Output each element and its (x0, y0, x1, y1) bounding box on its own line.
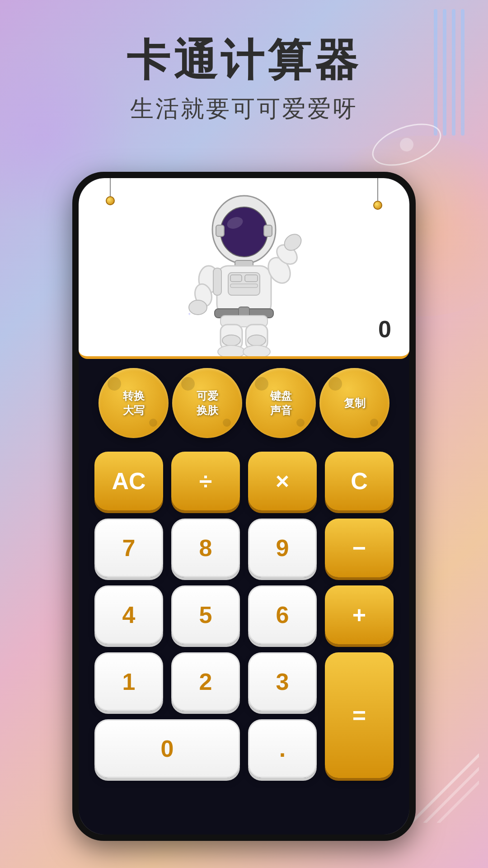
two-button[interactable]: 2 (171, 652, 240, 711)
hanging-left (106, 178, 115, 205)
equals-button[interactable]: = (325, 652, 394, 778)
svg-rect-12 (245, 275, 258, 282)
copy-btn-label: 复制 (344, 396, 366, 410)
plus-button[interactable]: + (325, 585, 394, 644)
svg-line-0 (411, 755, 479, 823)
svg-text:✦: ✦ (194, 206, 202, 216)
svg-point-27 (248, 335, 266, 346)
svg-point-28 (243, 345, 270, 356)
one-button[interactable]: 1 (94, 652, 163, 711)
svg-text:✦: ✦ (303, 274, 308, 281)
four-button[interactable]: 4 (94, 585, 163, 644)
convert-uppercase-button[interactable]: 转换大写 (99, 368, 169, 438)
svg-rect-13 (230, 284, 258, 288)
copy-button[interactable]: 复制 (319, 368, 389, 438)
svg-point-25 (218, 345, 245, 356)
cute-skin-button[interactable]: 可爱换肤 (172, 368, 242, 438)
eight-button[interactable]: 8 (171, 519, 240, 577)
astronaut-illustration: ✦ ✦ ✦ ✦ ✦ (172, 189, 316, 356)
svg-text:✦: ✦ (188, 311, 191, 316)
clear-button[interactable]: C (325, 452, 394, 510)
title-area: 卡通计算器 生活就要可可爱爱呀 (0, 0, 488, 125)
ac-button[interactable]: AC (94, 452, 163, 510)
calculator-grid: AC ÷ × C 7 8 (92, 452, 396, 778)
svg-point-18 (189, 300, 207, 315)
svg-point-24 (222, 335, 240, 346)
calculator-display: ✦ ✦ ✦ ✦ ✦ 0 (79, 178, 409, 359)
six-button[interactable]: 6 (248, 585, 317, 644)
hanging-right (373, 178, 382, 210)
divide-button[interactable]: ÷ (171, 452, 240, 510)
svg-line-2 (438, 782, 479, 823)
keyboard-area: 转换大写 可爱换肤 键盘声音 复制 AC (79, 368, 409, 778)
phone-body: ✦ ✦ ✦ ✦ ✦ 0 转换大写 (72, 172, 416, 841)
svg-rect-11 (230, 275, 242, 282)
five-button[interactable]: 5 (171, 585, 240, 644)
moon-buttons-row: 转换大写 可爱换肤 键盘声音 复制 (92, 368, 396, 438)
svg-line-1 (425, 769, 479, 823)
multiply-button[interactable]: × (248, 452, 317, 510)
svg-rect-29 (213, 268, 221, 295)
minus-button[interactable]: − (325, 519, 394, 577)
display-value: 0 (378, 316, 391, 343)
app-subtitle: 生活就要可可爱爱呀 (0, 93, 488, 125)
zero-button[interactable]: 0 (94, 719, 240, 778)
phone-mute-button (72, 291, 78, 318)
svg-rect-7 (264, 225, 272, 236)
skin-btn-label: 可爱换肤 (197, 389, 218, 417)
svg-text:✦: ✦ (285, 214, 291, 222)
phone-vol-up-button (72, 332, 78, 377)
phone-screen: ✦ ✦ ✦ ✦ ✦ 0 转换大写 (79, 178, 409, 835)
convert-btn-label: 转换大写 (123, 389, 145, 417)
phone-power-button (410, 314, 416, 354)
svg-point-4 (221, 207, 267, 257)
decimal-button[interactable]: . (248, 719, 317, 778)
three-button[interactable]: 3 (248, 652, 317, 711)
keyboard-sound-button[interactable]: 键盘声音 (246, 368, 316, 438)
svg-text:✦: ✦ (208, 256, 212, 263)
phone-vol-down-button (72, 386, 78, 431)
svg-rect-6 (216, 225, 224, 236)
phone-mockup: ✦ ✦ ✦ ✦ ✦ 0 转换大写 (72, 172, 416, 841)
seven-button[interactable]: 7 (94, 519, 163, 577)
nine-button[interactable]: 9 (248, 519, 317, 577)
sound-btn-label: 键盘声音 (270, 389, 292, 417)
app-title: 卡通计算器 (0, 36, 488, 84)
